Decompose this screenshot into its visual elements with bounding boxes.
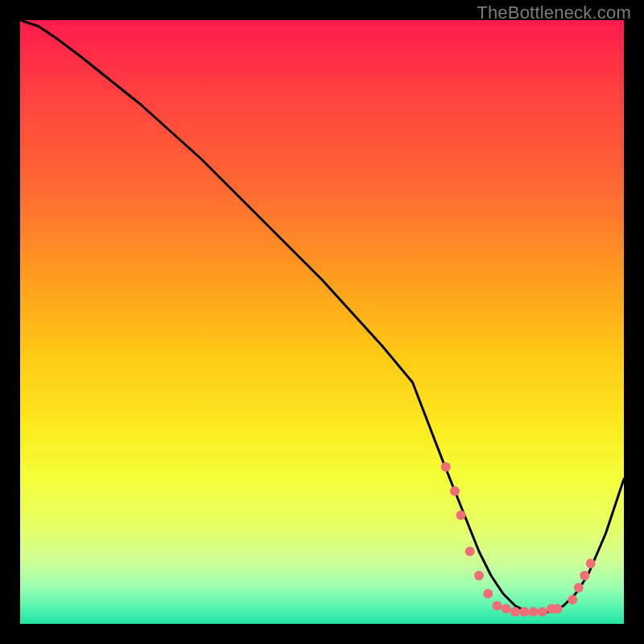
bottleneck-curve — [20, 20, 624, 612]
data-marker — [510, 607, 520, 617]
data-marker — [465, 547, 475, 556]
data-marker — [553, 604, 563, 613]
data-marker — [580, 571, 589, 580]
data-marker — [568, 595, 577, 605]
curve-layer — [20, 20, 624, 624]
data-marker — [502, 604, 511, 613]
data-marker — [529, 607, 539, 617]
data-marker — [456, 510, 466, 520]
data-marker — [483, 589, 493, 599]
data-marker — [519, 607, 529, 617]
data-marker — [441, 462, 451, 472]
chart-frame: TheBottleneck.com — [0, 0, 644, 644]
data-marker — [538, 607, 547, 617]
data-marker — [450, 486, 460, 496]
data-marker — [574, 583, 584, 592]
data-marker — [493, 601, 502, 611]
data-marker — [474, 571, 484, 580]
data-marker — [586, 559, 596, 568]
plot-area — [20, 20, 624, 624]
watermark-text: TheBottleneck.com — [477, 2, 631, 23]
